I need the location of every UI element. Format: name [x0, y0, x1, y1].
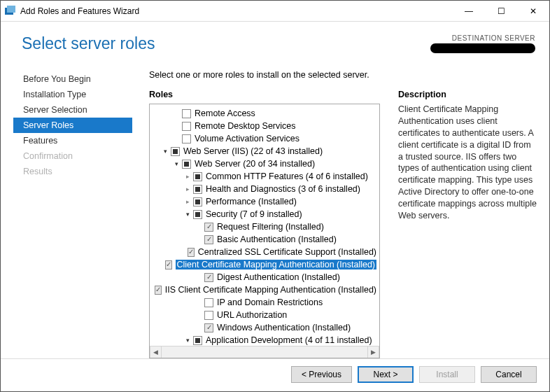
checkbox[interactable]: [182, 160, 191, 169]
tree-label: Web Server (IIS) (22 of 43 installed): [183, 146, 323, 156]
nav-item-before-you-begin[interactable]: Before You Begin: [13, 71, 132, 87]
checkbox[interactable]: [204, 311, 213, 320]
install-button[interactable]: Install: [419, 366, 475, 383]
app-icon: [5, 6, 16, 17]
nav-item-results: Results: [13, 164, 132, 179]
window-title: Add Roles and Features Wizard: [20, 6, 453, 16]
tree-label: Application Development (4 of 11 install…: [206, 335, 372, 345]
tree-row[interactable]: Performance (Installed): [150, 195, 379, 208]
tree-row[interactable]: Remote Desktop Services: [150, 120, 379, 132]
scroll-right-icon[interactable]: ▶: [367, 346, 379, 358]
nav-item-installation-type[interactable]: Installation Type: [13, 87, 132, 102]
checkbox[interactable]: [193, 185, 202, 194]
horizontal-scrollbar[interactable]: ◀ ▶: [150, 346, 379, 358]
tree-row[interactable]: Common HTTP Features (4 of 6 installed): [150, 170, 379, 183]
tree-row[interactable]: Volume Activation Services: [150, 132, 379, 145]
instruction-text: Select one or more roles to install on t…: [149, 70, 537, 80]
title-bar: Add Roles and Features Wizard — ☐ ✕: [1, 1, 549, 22]
roles-tree[interactable]: Remote AccessRemote Desktop ServicesVolu…: [149, 104, 380, 358]
tree-label: Request Filtering (Installed): [217, 222, 324, 232]
tree-row[interactable]: Client Certificate Mapping Authenticatio…: [150, 258, 379, 271]
tree-row[interactable]: Request Filtering (Installed): [150, 220, 379, 233]
expand-icon[interactable]: [183, 173, 192, 180]
tree-row[interactable]: Health and Diagnostics (3 of 6 installed…: [150, 183, 379, 195]
tree-label: Health and Diagnostics (3 of 6 installed…: [206, 184, 360, 194]
tree-label: Common HTTP Features (4 of 6 installed): [206, 172, 368, 181]
collapse-icon[interactable]: [183, 337, 192, 344]
checkbox[interactable]: [171, 147, 180, 156]
destination-server-box: DESTINATION SERVER: [395, 34, 535, 53]
wizard-footer: < Previous Next > Install Cancel: [1, 358, 549, 390]
tree-label: IP and Domain Restrictions: [217, 298, 323, 307]
checkbox[interactable]: [204, 298, 213, 307]
checkbox[interactable]: [193, 210, 202, 219]
tree-row[interactable]: Application Development (4 of 11 install…: [150, 334, 379, 346]
minimize-button[interactable]: —: [453, 1, 485, 22]
tree-label: Volume Activation Services: [195, 134, 299, 144]
tree-label: Remote Desktop Services: [195, 121, 296, 131]
collapse-icon[interactable]: [172, 160, 181, 167]
collapse-icon[interactable]: [161, 148, 169, 155]
tree-label: Basic Authentication (Installed): [217, 234, 337, 244]
collapse-icon[interactable]: [183, 211, 192, 218]
tree-label: Performance (Installed): [206, 197, 297, 206]
tree-row[interactable]: Remote Access: [150, 107, 379, 120]
description-text: Client Certificate Mapping Authenticatio…: [398, 104, 537, 222]
tree-row[interactable]: Web Server (20 of 34 installed): [150, 158, 379, 170]
checkbox[interactable]: [193, 172, 202, 181]
page-header: Select server roles DESTINATION SERVER: [1, 22, 549, 57]
expand-icon[interactable]: [183, 198, 192, 205]
checkbox[interactable]: [182, 109, 191, 118]
checkbox[interactable]: [204, 235, 213, 244]
tree-row[interactable]: IIS Client Certificate Mapping Authentic…: [150, 284, 379, 296]
nav-item-features[interactable]: Features: [13, 133, 132, 148]
checkbox[interactable]: [193, 336, 202, 345]
checkbox[interactable]: [182, 134, 191, 144]
checkbox[interactable]: [188, 248, 195, 257]
tree-row[interactable]: Digest Authentication (Installed): [150, 271, 379, 284]
tree-row[interactable]: Centralized SSL Certificate Support (Ins…: [150, 246, 379, 258]
checkbox[interactable]: [193, 197, 202, 206]
maximize-button[interactable]: ☐: [485, 1, 517, 22]
cancel-button[interactable]: Cancel: [481, 366, 537, 383]
nav-item-server-roles[interactable]: Server Roles: [13, 118, 132, 133]
tree-label: Web Server (20 of 34 installed): [195, 159, 315, 169]
tree-row[interactable]: URL Authorization: [150, 309, 379, 321]
page-title: Select server roles: [22, 34, 395, 53]
tree-row[interactable]: Security (7 of 9 installed): [150, 208, 379, 220]
checkbox[interactable]: [155, 286, 162, 295]
checkbox[interactable]: [165, 260, 172, 270]
tree-row[interactable]: IP and Domain Restrictions: [150, 296, 379, 309]
tree-label: IIS Client Certificate Mapping Authentic…: [165, 285, 376, 295]
description-heading: Description: [398, 90, 537, 99]
checkbox[interactable]: [204, 273, 213, 282]
tree-row[interactable]: Web Server (IIS) (22 of 43 installed): [150, 145, 379, 158]
tree-label: Security (7 of 9 installed): [206, 209, 302, 219]
destination-server-label: DESTINATION SERVER: [395, 34, 535, 42]
checkbox[interactable]: [204, 323, 213, 332]
tree-label: Digest Authentication (Installed): [217, 272, 340, 282]
next-button[interactable]: Next >: [358, 366, 414, 383]
checkbox[interactable]: [204, 223, 213, 232]
nav-item-confirmation: Confirmation: [13, 148, 132, 164]
nav-item-server-selection[interactable]: Server Selection: [13, 102, 132, 118]
scroll-left-icon[interactable]: ◀: [150, 346, 162, 358]
close-button[interactable]: ✕: [517, 1, 549, 22]
roles-heading: Roles: [149, 90, 380, 99]
tree-label: Remote Access: [195, 108, 255, 118]
expand-icon[interactable]: [183, 186, 192, 192]
wizard-nav: Before You BeginInstallation TypeServer …: [13, 64, 132, 358]
tree-row[interactable]: Basic Authentication (Installed): [150, 233, 379, 246]
tree-label: Windows Authentication (Installed): [217, 323, 351, 332]
tree-label: Centralized SSL Certificate Support (Ins…: [198, 247, 376, 257]
destination-server-name-redacted: [430, 43, 535, 53]
tree-label: Client Certificate Mapping Authenticatio…: [176, 260, 376, 270]
checkbox[interactable]: [182, 122, 191, 131]
previous-button[interactable]: < Previous: [291, 366, 352, 383]
tree-row[interactable]: Windows Authentication (Installed): [150, 321, 379, 334]
tree-label: URL Authorization: [217, 310, 287, 320]
svg-rect-1: [7, 6, 15, 13]
